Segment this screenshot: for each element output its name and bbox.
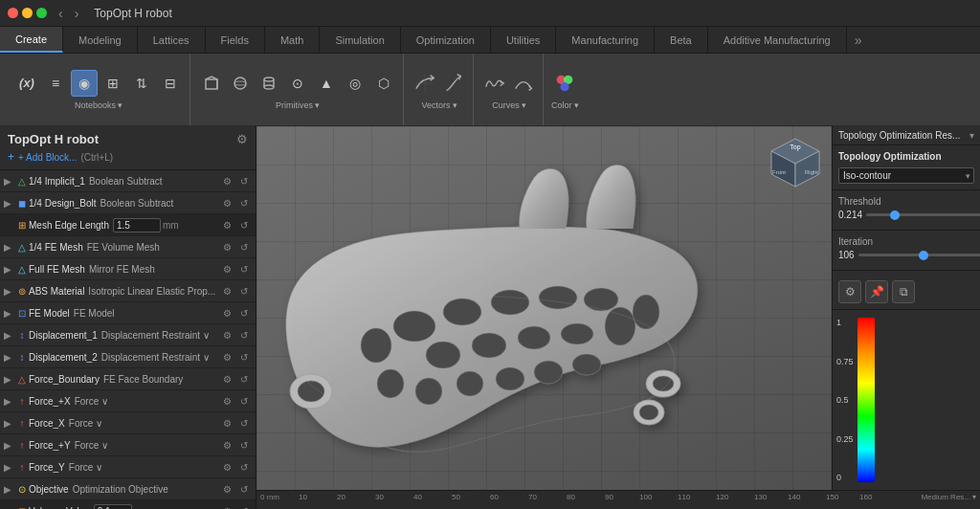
item-refresh-button[interactable]: ↺ [236,261,252,277]
right-panel-dropdown-button[interactable]: ▾ [969,130,974,141]
item-refresh-button[interactable]: ↺ [236,195,252,210]
tab-utilities[interactable]: Utilities [491,27,556,53]
list-item[interactable]: ▶ ⊚ ABS Material Isotropic Linear Elasti… [0,280,256,302]
wave-button[interactable] [481,70,508,97]
list-item[interactable]: ▶ △ 1/4 Implicit_1 Boolean Subtract ⚙ ↺ [0,170,256,192]
item-settings-button[interactable]: ⚙ [219,393,234,409]
item-settings-button[interactable]: ⚙ [219,503,234,509]
volume-value-input[interactable] [94,504,132,510]
viewport[interactable]: Top Front Right [256,126,832,490]
list-item[interactable]: ▶ ↕ Displacement_1 Displacement Restrain… [0,324,256,346]
sphere-button[interactable] [227,70,254,97]
primitives-label[interactable]: Primitives▾ [276,100,320,110]
item-refresh-button[interactable]: ↺ [236,371,252,387]
item-settings-button[interactable]: ⚙ [219,459,234,475]
curves-label[interactable]: Curves▾ [492,100,526,110]
donut-button[interactable]: ◎ [342,70,368,97]
iteration-slider[interactable] [858,254,980,256]
tab-additive[interactable]: Additive Manufacturing [708,27,847,53]
tab-math[interactable]: Math [265,27,320,53]
tab-lattices[interactable]: Lattices [138,27,206,53]
list-item[interactable]: ▶ ↑ Force_+Y Force ∨ ⚙ ↺ [0,434,256,456]
list-item[interactable]: ▶ △ 1/4 FE Mesh FE Volume Mesh ⚙ ↺ [0,236,256,258]
notebooks-label[interactable]: Notebooks▾ [75,100,122,110]
settings-icon-button[interactable]: ⚙ [838,280,861,303]
list-item[interactable]: ▶ △ Full FE Mesh Mirror FE Mesh ⚙ ↺ [0,258,256,280]
item-settings-button[interactable]: ⚙ [219,261,234,277]
threshold-slider[interactable] [866,213,980,216]
list-item[interactable]: ▶ ↑ Force_X Force ∨ ⚙ ↺ [0,412,256,434]
tab-fields[interactable]: Fields [206,27,265,53]
tab-simulation[interactable]: Simulation [320,27,400,53]
grid-button[interactable]: ⊞ [100,70,126,97]
item-refresh-button[interactable]: ↺ [236,327,252,343]
sidebar-gear-button[interactable]: ⚙ [236,132,248,146]
maximize-button[interactable] [36,8,47,18]
item-settings-button[interactable]: ⚙ [219,283,234,299]
item-refresh-button[interactable]: ↺ [236,459,252,475]
item-refresh-button[interactable]: ↺ [236,283,252,299]
list-item[interactable]: ▶ ↑ Force_+X Force ∨ ⚙ ↺ [0,390,256,412]
list-item[interactable]: ▶ ↕ Displacement_2 Displacement Restrain… [0,346,256,368]
item-settings-button[interactable]: ⚙ [219,239,234,254]
item-refresh-button[interactable]: ↺ [236,173,252,188]
tab-more-button[interactable]: » [847,33,870,48]
tab-modeling[interactable]: Modeling [63,27,138,53]
tab-beta[interactable]: Beta [655,27,708,53]
nav-back-button[interactable]: ‹ [55,4,67,23]
tab-manufacturing[interactable]: Manufacturing [556,27,655,53]
arc-button[interactable] [510,70,537,97]
item-settings-button[interactable]: ⚙ [219,371,234,387]
copy-icon-button[interactable]: ⧉ [892,280,915,303]
curve-button[interactable] [440,70,467,97]
list-item[interactable]: ▶ ↑ Force_Y Force ∨ ⚙ ↺ [0,456,256,478]
item-refresh-button[interactable]: ↺ [236,415,252,431]
minus-grid-button[interactable]: ⊟ [157,70,184,97]
list-button[interactable]: ≡ [42,70,69,97]
orientation-cube[interactable]: Top Front Right [767,134,824,191]
item-refresh-button[interactable]: ↺ [236,239,252,254]
vector-field-button[interactable] [412,70,438,97]
nav-forward-button[interactable]: › [71,4,83,23]
box-button[interactable] [198,70,225,97]
list-item[interactable]: ▶ ⊡ FE Model FE Model ⚙ ↺ [0,302,256,324]
close-button[interactable] [8,8,18,18]
list-item[interactable]: ⊞ Volume_Value ⚙ ↺ [0,500,256,509]
tab-create[interactable]: Create [0,27,63,53]
list-item[interactable]: ▶ ◼ 1/4 Design_Bolt Boolean Subtract ⚙ ↺ [0,192,256,214]
hex-button[interactable]: ⬡ [370,70,397,97]
minimize-button[interactable] [22,8,33,18]
item-refresh-button[interactable]: ↺ [236,503,252,509]
item-settings-button[interactable]: ⚙ [219,195,234,210]
list-item[interactable]: ▶ △ Force_Boundary FE Face Boundary ⚙ ↺ [0,368,256,390]
cylinder-button[interactable] [256,70,282,97]
arrows-button[interactable]: ⇅ [128,70,155,97]
tab-optimization[interactable]: Optimization [401,27,491,53]
add-block-button[interactable]: + + Add Block... (Ctrl+L) [8,150,248,164]
torus-button[interactable]: ⊙ [284,70,311,97]
color-label[interactable]: Color▾ [551,100,579,110]
item-refresh-button[interactable]: ↺ [236,305,252,321]
item-refresh-button[interactable]: ↺ [236,393,252,409]
item-refresh-button[interactable]: ↺ [236,437,252,453]
color-button[interactable] [551,70,578,97]
item-refresh-button[interactable]: ↺ [236,481,252,497]
list-item[interactable]: ⊞ Mesh Edge Length mm ⚙ ↺ [0,214,256,236]
mesh-edge-length-input[interactable] [113,218,161,232]
item-settings-button[interactable]: ⚙ [219,481,234,497]
item-settings-button[interactable]: ⚙ [219,415,234,431]
cone-button[interactable]: ▲ [313,70,340,97]
vectors-label[interactable]: Vectors▾ [421,100,457,110]
point-button[interactable]: ◉ [71,70,98,97]
item-settings-button[interactable]: ⚙ [219,173,234,188]
method-select[interactable]: Iso-contour [838,167,974,184]
item-settings-button[interactable]: ⚙ [219,349,234,365]
pin-icon-button[interactable]: 📌 [865,280,888,303]
item-settings-button[interactable]: ⚙ [219,217,234,232]
resolution-selector[interactable]: Medium Res... ▾ [921,493,976,501]
item-refresh-button[interactable]: ↺ [236,217,252,232]
list-item[interactable]: ▶ ⊙ Objective Optimization Objective ⚙ ↺ [0,478,256,500]
item-settings-button[interactable]: ⚙ [219,437,234,453]
item-settings-button[interactable]: ⚙ [219,305,234,321]
item-refresh-button[interactable]: ↺ [236,349,252,365]
